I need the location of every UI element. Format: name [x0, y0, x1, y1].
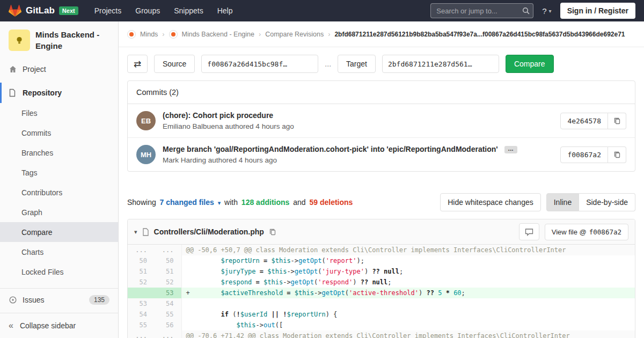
- diff-view-toggle: Inline Side-by-side: [546, 193, 635, 211]
- commit-sha-link[interactable]: 4e264578: [560, 113, 608, 129]
- diff-code-line: $reportUrn = $this->getOpt('report');: [181, 255, 635, 266]
- collapse-sidebar-label: Collapse sidebar: [20, 321, 76, 330]
- old-line-number[interactable]: [128, 288, 155, 298]
- expand-commit-message-button[interactable]: ...: [504, 146, 517, 153]
- gitlab-logo[interactable]: GitLab Next: [9, 4, 78, 17]
- sidebar-item-charts[interactable]: Charts: [0, 242, 118, 262]
- nav-link-snippets[interactable]: Snippets: [174, 6, 203, 15]
- nav-link-groups[interactable]: Groups: [135, 6, 160, 15]
- sidebar-item-branches[interactable]: Branches: [0, 143, 118, 163]
- avatar: EB: [136, 111, 156, 130]
- breadcrumb-link-compare[interactable]: Compare Revisions: [265, 31, 324, 38]
- diff-code-line: @@ -50,6 +50,7 @@ class Moderation exten…: [181, 245, 635, 255]
- sidebar-item-files[interactable]: Files: [0, 103, 118, 123]
- chevron-down-icon: ▾: [549, 8, 552, 14]
- diff-code-line: @@ -70,6 +71,42 @@ class Moderation exte…: [181, 330, 635, 338]
- copy-sha-icon[interactable]: [608, 113, 626, 129]
- commit-sha-link[interactable]: f00867a2: [560, 146, 608, 163]
- help-dropdown[interactable]: ? ▾: [542, 6, 551, 16]
- project-mini-avatar: [169, 30, 178, 39]
- diff-code-line: if (!$userId || !$reportUrn) {: [181, 309, 635, 320]
- breadcrumb-current-range: 2bfd6871211e287d56121b9b82ba5ba547f93e7a…: [334, 31, 625, 38]
- group-avatar: [127, 30, 136, 39]
- range-dots: ...: [325, 60, 331, 68]
- new-line-number[interactable]: 52: [155, 277, 181, 288]
- project-avatar: [9, 30, 30, 51]
- breadcrumb-link-group[interactable]: Minds: [140, 31, 158, 38]
- file-icon: [142, 228, 149, 236]
- view-file-sha: f00867a2: [589, 228, 621, 236]
- compare-form: ⇄ Source ... Target Compare: [127, 55, 635, 73]
- old-line-number[interactable]: 55: [128, 320, 155, 330]
- breadcrumb: Minds › Minds Backend - Engine › Compare…: [119, 21, 644, 47]
- diff-row: 5252 $respond = $this->getOpt('respond')…: [128, 277, 635, 288]
- search-icon[interactable]: [522, 7, 530, 16]
- new-line-number[interactable]: 54: [155, 298, 181, 309]
- inline-view-button[interactable]: Inline: [546, 193, 579, 211]
- hide-whitespace-button[interactable]: Hide whitespace changes: [440, 193, 541, 211]
- collapse-chevrons-icon: «: [9, 321, 13, 330]
- sign-in-register-button[interactable]: Sign in / Register: [560, 3, 635, 19]
- nav-link-projects[interactable]: Projects: [94, 6, 122, 15]
- commit-title-link[interactable]: (chore): Cohort pick procedure: [163, 111, 273, 120]
- diff-row: ......@@ -50,6 +50,7 @@ class Moderation…: [128, 245, 635, 255]
- old-line-number[interactable]: 53: [128, 298, 155, 309]
- copy-sha-icon[interactable]: [608, 146, 626, 163]
- collapse-sidebar-button[interactable]: « Collapse sidebar: [0, 313, 118, 338]
- old-line-number[interactable]: 51: [128, 266, 155, 277]
- tanuki-icon: [9, 4, 21, 17]
- diff-row: 53+ $activeThreshold = $this->getOpt('ac…: [128, 288, 635, 298]
- old-line-number[interactable]: 50: [128, 255, 155, 266]
- toggle-comments-button[interactable]: [519, 223, 539, 240]
- old-line-number[interactable]: ...: [128, 245, 155, 255]
- nav-links: ProjectsGroupsSnippetsHelp: [94, 6, 233, 15]
- old-line-number[interactable]: 54: [128, 309, 155, 320]
- with-label: with: [224, 198, 238, 207]
- commits-panel: Commits (2) EB (chore): Cohort pick proc…: [127, 80, 635, 172]
- sidebar-item-issues[interactable]: Issues 135: [0, 290, 118, 310]
- repository-icon: [9, 89, 17, 97]
- copy-file-path-icon[interactable]: [269, 228, 276, 236]
- new-line-number[interactable]: ...: [155, 330, 181, 338]
- sidebar-divider: [0, 288, 118, 289]
- new-line-number[interactable]: 50: [155, 255, 181, 266]
- sidebar-item-graph[interactable]: Graph: [0, 202, 118, 222]
- side-by-side-view-button[interactable]: Side-by-side: [579, 193, 635, 211]
- breadcrumb-link-project[interactable]: Minds Backend - Engine: [182, 31, 255, 38]
- diff-row: 5556 $this->out([: [128, 320, 635, 330]
- sidebar-item-compare[interactable]: Compare: [0, 222, 118, 242]
- sidebar-item-locked-files[interactable]: Locked Files: [0, 262, 118, 282]
- project-header[interactable]: Minds Backend - Engine: [0, 21, 118, 59]
- sidebar-item-label: Repository: [23, 89, 62, 97]
- diff-code-line: $juryType = $this->getOpt('jury-type') ?…: [181, 266, 635, 277]
- new-line-number[interactable]: 51: [155, 266, 181, 277]
- sidebar-item-repository[interactable]: Repository: [0, 83, 118, 103]
- new-line-number[interactable]: ...: [155, 245, 181, 255]
- swap-revisions-button[interactable]: ⇄: [127, 55, 148, 73]
- compare-button[interactable]: Compare: [506, 55, 554, 73]
- diff-file-name[interactable]: Controllers/Cli/Moderation.php: [154, 227, 264, 236]
- sidebar-item-label: Project: [23, 65, 46, 74]
- new-line-number[interactable]: 55: [155, 309, 181, 320]
- sidebar-item-contributors[interactable]: Contributors: [0, 182, 118, 202]
- source-ref-input[interactable]: [201, 55, 318, 73]
- sidebar-item-commits[interactable]: Commits: [0, 123, 118, 143]
- new-line-number[interactable]: 53: [155, 288, 181, 298]
- old-line-number[interactable]: ...: [128, 330, 155, 338]
- search-input[interactable]: [430, 3, 533, 18]
- commit-title-link[interactable]: Merge branch 'goal/ReportingAndModeratio…: [163, 145, 498, 153]
- commits-panel-title: Commits (2): [128, 81, 635, 104]
- nav-link-help[interactable]: Help: [217, 6, 233, 15]
- sidebar-item-project[interactable]: Project: [0, 59, 118, 79]
- new-line-number[interactable]: 56: [155, 320, 181, 330]
- changed-files-dropdown[interactable]: 7 changed files: [160, 198, 214, 207]
- collapse-file-icon[interactable]: ▾: [134, 229, 137, 236]
- view-file-button[interactable]: View file @ f00867a2: [545, 224, 628, 240]
- project-sidebar: Minds Backend - Engine Project Repositor…: [0, 21, 119, 338]
- target-ref-input[interactable]: [382, 55, 499, 73]
- commit-meta: Mark Harding authored 4 hours ago: [163, 156, 554, 164]
- old-line-number[interactable]: 52: [128, 277, 155, 288]
- sidebar-item-tags[interactable]: Tags: [0, 163, 118, 182]
- home-icon: [9, 65, 17, 74]
- sidebar-item-label: Issues: [23, 296, 44, 304]
